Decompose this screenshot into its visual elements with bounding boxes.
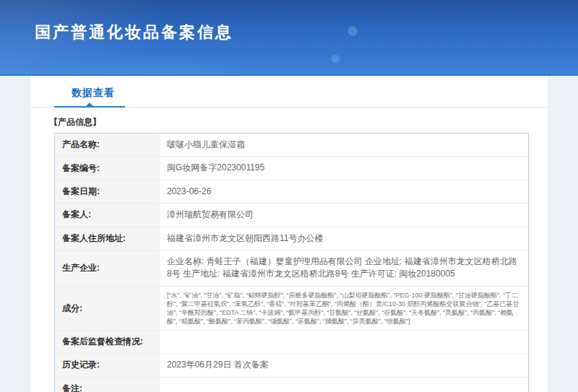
active-tab-underline [54, 106, 125, 108]
row-value: 企业名称: 青蛙王子（福建）婴童护理用品有限公司 企业地址: 福建省漳州市龙文区… [160, 250, 529, 286]
row-label: 历史记录: [55, 354, 160, 377]
row-label: 备注: [55, 377, 160, 392]
row-value [160, 377, 529, 392]
active-tab-caret-icon [86, 103, 93, 106]
tab-bar: 数据查看 [30, 76, 548, 108]
table-row: 备案日期: 2023-06-26 [55, 180, 529, 203]
product-info-section-title: 【产品信息】 [49, 116, 548, 129]
table-row: 备案编号: 闽G妆网备字2023001195 [55, 157, 529, 180]
row-value: [“水”, “矿油”, “甘油”, “矿脂”, “鲸蜡硬脂醇”, “蔗糖多硬脂酸… [160, 286, 529, 331]
table-row: 备案人住所地址: 福建省漳州市龙文区朝阳西路11号办公楼 [55, 227, 529, 250]
row-value: 啵啵小猫儿童保湿霜 [160, 134, 529, 157]
page-banner: 国产普通化妆品备案信息 [0, 0, 578, 76]
table-row: 备注: [55, 377, 529, 392]
row-label: 备案后监督检查情况: [55, 331, 160, 354]
content-wrapper: 数据查看 【产品信息】 产品名称: 啵啵小猫儿童保湿霜 备案编号: 闽G妆网备字… [0, 76, 578, 392]
row-label: 备案人住所地址: [55, 227, 160, 250]
tab-data-view[interactable]: 数据查看 [72, 87, 115, 100]
row-label: 生产企业: [55, 250, 160, 286]
page-title: 国产普通化妆品备案信息 [35, 22, 233, 43]
row-label: 备案日期: [55, 180, 160, 203]
content-card: 数据查看 【产品信息】 产品名称: 啵啵小猫儿童保湿霜 备案编号: 闽G妆网备字… [30, 76, 548, 392]
row-label: 备案编号: [55, 157, 160, 180]
row-value: 2023年06月29日 首次备案 [160, 354, 529, 377]
row-label: 备案人: [55, 204, 160, 227]
row-value: 福建省漳州市龙文区朝阳西路11号办公楼 [160, 227, 529, 250]
table-row: 历史记录: 2023年06月29日 首次备案 [55, 354, 529, 377]
row-value: 漳州瑞航贸易有限公司 [160, 204, 529, 227]
table-row-ingredients: 成分: [“水”, “矿油”, “甘油”, “矿脂”, “鲸蜡硬脂醇”, “蔗糖… [55, 286, 529, 331]
row-value [160, 331, 529, 354]
table-row: 备案后监督检查情况: [55, 331, 529, 354]
row-label: 成分: [55, 286, 160, 331]
row-value: 2023-06-26 [160, 180, 529, 203]
row-label: 产品名称: [55, 134, 160, 157]
table-row: 产品名称: 啵啵小猫儿童保湿霜 [55, 134, 529, 157]
table-row: 生产企业: 企业名称: 青蛙王子（福建）婴童护理用品有限公司 企业地址: 福建省… [55, 250, 529, 286]
row-value: 闽G妆网备字2023001195 [160, 157, 529, 180]
table-row: 备案人: 漳州瑞航贸易有限公司 [55, 204, 529, 227]
product-info-table: 产品名称: 啵啵小猫儿童保湿霜 备案编号: 闽G妆网备字2023001195 备… [54, 133, 529, 392]
